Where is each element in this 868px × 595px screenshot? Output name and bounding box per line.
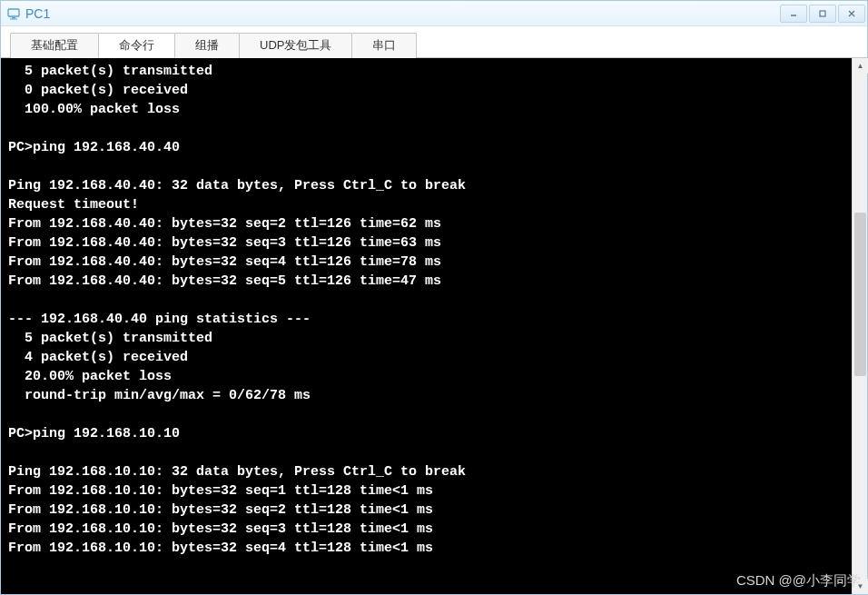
scrollbar-thumb[interactable]: [854, 213, 866, 376]
window-frame: PC1 基础配置 命令行 组播 UDP发包工具 串口 5 packet(s) t…: [0, 0, 868, 595]
tab-cli[interactable]: 命令行: [98, 33, 175, 58]
close-button[interactable]: [838, 5, 865, 23]
svg-rect-0: [8, 9, 19, 16]
terminal-wrapper: 5 packet(s) transmitted 0 packet(s) rece…: [1, 58, 867, 594]
terminal-output[interactable]: 5 packet(s) transmitted 0 packet(s) rece…: [1, 58, 852, 594]
titlebar: PC1: [1, 1, 867, 26]
app-icon: [6, 6, 21, 21]
window-controls: [780, 5, 865, 23]
svg-rect-4: [820, 11, 825, 16]
svg-rect-1: [12, 17, 15, 19]
scrollbar-vertical[interactable]: ▲ ▼: [852, 58, 867, 594]
tabs-row: 基础配置 命令行 组播 UDP发包工具 串口: [1, 26, 867, 58]
maximize-button[interactable]: [809, 5, 836, 23]
tab-basic-config[interactable]: 基础配置: [10, 33, 99, 58]
scroll-up-button[interactable]: ▲: [853, 58, 868, 74]
scroll-down-button[interactable]: ▼: [853, 579, 868, 594]
tab-multicast[interactable]: 组播: [174, 33, 240, 58]
svg-rect-2: [10, 18, 17, 19]
window-title: PC1: [25, 6, 50, 21]
minimize-button[interactable]: [780, 5, 807, 23]
tab-udp-tool[interactable]: UDP发包工具: [239, 33, 352, 58]
title-left: PC1: [6, 6, 50, 21]
tab-serial[interactable]: 串口: [351, 33, 417, 58]
